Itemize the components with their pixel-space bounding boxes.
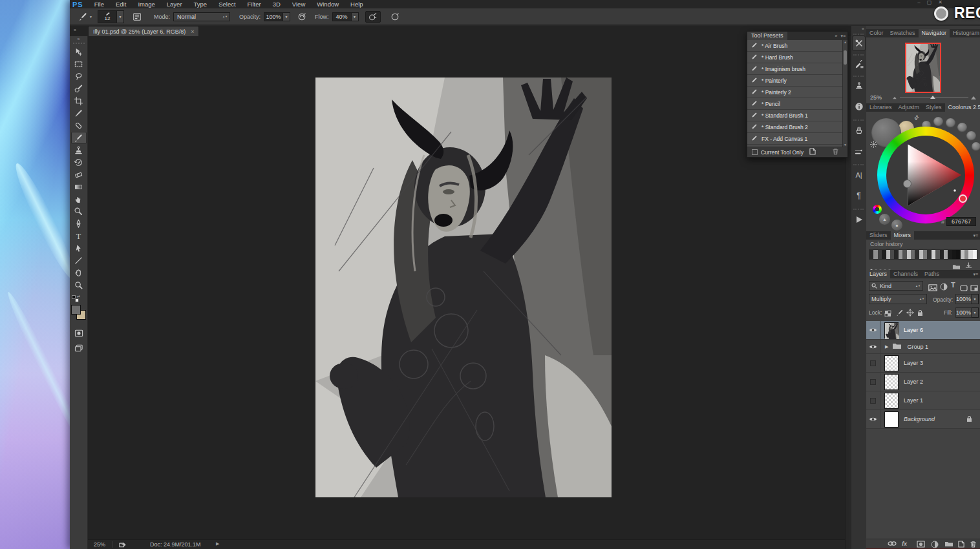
lock-all-icon[interactable] [917,307,923,319]
layer-row-background[interactable]: Background [866,410,980,429]
document-tab[interactable]: Illy 01.psd @ 25% (Layer 6, RGB/8) × [88,26,199,36]
dock-tool-recorder-icon[interactable] [852,143,866,159]
foreground-color-swatch[interactable] [71,305,81,315]
menu-filter[interactable]: Filter [242,1,267,8]
dock-tool-presets-icon[interactable] [852,36,866,51]
group-expand-caret[interactable]: ▶ [885,344,888,349]
tool-line[interactable] [71,254,87,267]
tab-libraries[interactable]: Libraries [866,103,895,112]
tool-brush[interactable] [71,132,87,144]
panel-menu-icon[interactable]: ▾≡ [840,32,847,40]
dock-character-icon[interactable]: A| [852,167,866,183]
toolbar-collapse-icon[interactable]: » [78,36,80,43]
layer-thumbnail[interactable] [884,374,899,390]
visibility-toggle[interactable] [866,373,880,391]
status-menu-arrow[interactable]: ▶ [216,541,219,546]
tab-navigator[interactable]: Navigator [919,29,950,37]
tool-path-selection[interactable] [71,242,87,254]
tool-preset-item[interactable]: * Imaginism brush [747,63,847,75]
menu-view[interactable]: View [286,1,311,8]
mini-color-wheel-icon[interactable] [873,205,882,214]
tool-hand[interactable] [71,267,87,279]
layer-name[interactable]: Layer 2 [904,378,923,385]
toggle-brush-panel-icon[interactable] [131,11,144,23]
menu-help[interactable]: Help [345,1,369,8]
saturation-knob[interactable] [903,180,911,188]
layer-row-layer2[interactable]: Layer 2 [866,373,980,391]
default-colors-icon[interactable]: ⇄ [72,295,80,303]
menu-file[interactable]: File [89,1,110,8]
tab-channels[interactable]: Channels [890,270,921,278]
tablet-size-icon[interactable] [389,11,401,23]
tool-presets-scrollbar[interactable]: ▲▼ [842,40,847,147]
expand-panels-icon[interactable]: « [862,26,864,31]
visibility-toggle[interactable] [866,321,880,339]
navigator-zoom-value[interactable]: 25% [870,94,892,101]
hex-value-input[interactable]: 676767 [946,217,976,226]
tab-coolorus[interactable]: Coolorus 2.5 [945,103,980,112]
flow-arrow[interactable]: ▼ [352,12,359,21]
visibility-toggle[interactable] [866,354,880,372]
menu-window[interactable]: Window [311,1,345,8]
dock-paragraph-icon[interactable]: ¶ [852,188,866,203]
layer-name[interactable]: Background [904,416,935,422]
tool-preset-dropdown-arrow[interactable]: ▼ [89,15,92,19]
tab-layers[interactable]: Layers [866,270,890,278]
hue-ring-marker[interactable] [959,194,967,203]
tab-swatches[interactable]: Swatches [887,29,919,37]
dock-brush-settings-icon[interactable] [852,57,866,72]
collapse-toolbar-icon[interactable]: » [74,28,76,32]
blend-mode-select[interactable]: Multiply▲▼ [869,294,927,304]
panel-collapse-icon[interactable]: » [835,32,839,40]
filter-smart-object-icon[interactable] [970,282,978,294]
filter-image-icon[interactable] [928,282,937,294]
tab-histogram[interactable]: Histogram [950,29,980,37]
color-wheel-triangle[interactable] [877,127,974,223]
lock-image-icon[interactable] [896,307,904,319]
brush-tool-icon[interactable] [76,11,89,23]
tool-preset-item[interactable]: * Painterly [747,75,847,87]
tab-sliders[interactable]: Sliders [866,231,891,240]
lock-position-icon[interactable] [906,307,914,319]
navigator-thumbnail[interactable] [905,43,941,93]
layer-thumbnail[interactable] [884,322,899,338]
layer-name[interactable]: Layer 6 [904,327,923,333]
mode-select[interactable]: Normal▲▼ [173,12,230,21]
new-group-icon[interactable] [944,541,953,548]
opacity-arrow[interactable]: ▼ [283,12,290,21]
layer-filter-kind-select[interactable]: Kind▲▼ [869,281,923,291]
color-history-strip[interactable] [869,249,977,260]
layer-thumbnail[interactable] [884,355,899,371]
tool-preset-item[interactable]: * Air Brush [747,40,847,52]
swap-colors-icon[interactable]: ⇄ [913,114,921,122]
tool-clone-stamp[interactable] [71,144,87,156]
brush-picker-arrow[interactable]: ▼ [117,10,124,23]
tool-preset-item[interactable]: * Painterly 2 [747,87,847,98]
tool-preset-item[interactable]: * Standard Brush 1 [747,110,847,121]
canvas-area[interactable]: 25% Doc: 24.9M/201.1M ▶ [88,36,845,549]
menu-select[interactable]: Select [213,1,241,8]
filter-adjustment-icon[interactable] [940,282,948,293]
filter-shape-icon[interactable] [960,282,968,294]
opacity-value[interactable]: 100% [264,12,283,21]
menu-3d[interactable]: 3D [267,1,286,8]
window-controls[interactable]: –▢✕ [917,0,943,5]
doc-size-info[interactable]: Doc: 24.9M/201.1M [150,541,201,548]
layer-fill-value[interactable]: 100% [955,307,972,318]
tool-zoom[interactable] [71,279,87,291]
tool-eraser[interactable] [71,169,87,181]
tablet-opacity-icon[interactable] [295,11,308,23]
brush-preset-picker[interactable]: 12 [98,10,117,23]
fill-drop-arrow[interactable]: ▼ [972,307,979,318]
navigator-proxy-view[interactable] [905,43,941,93]
toolbar-grip[interactable] [73,43,85,44]
layer-style-icon[interactable]: fx [902,541,907,547]
tool-presets-tab[interactable]: Tool Presets [747,32,787,40]
visibility-toggle[interactable] [866,340,880,353]
layer-row-layer6[interactable]: Layer 6 [866,321,980,340]
layer-thumbnail[interactable] [884,393,899,409]
status-zoom[interactable]: 25% [94,541,105,548]
flow-value[interactable]: 40% [332,12,352,21]
filter-type-icon[interactable]: T [951,281,955,289]
navigator-zoom-slider[interactable] [900,98,968,98]
